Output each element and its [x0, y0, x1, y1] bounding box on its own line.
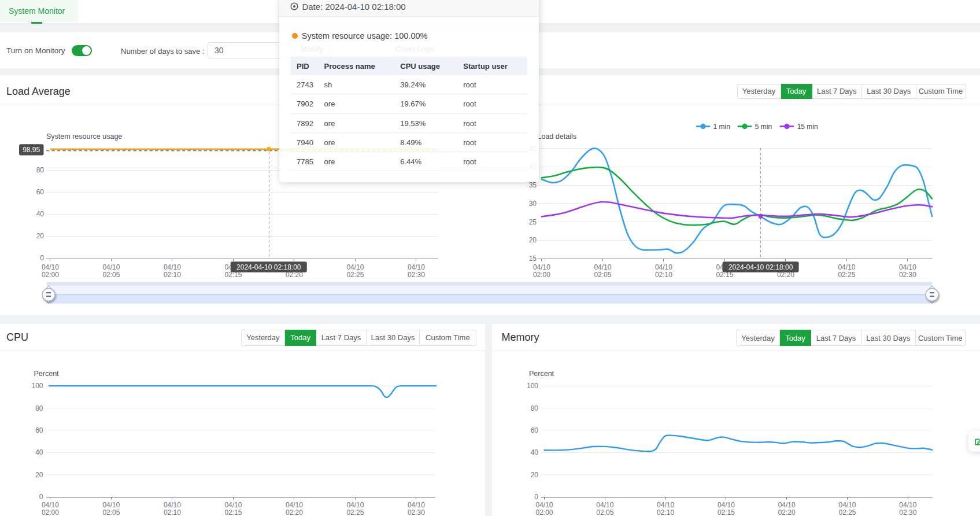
svg-text:25: 25: [529, 218, 537, 226]
svg-text:20: 20: [36, 232, 45, 240]
svg-text:Percent: Percent: [529, 370, 554, 378]
svg-text:02:20: 02:20: [778, 508, 796, 516]
svg-text:04/10: 04/10: [718, 501, 735, 509]
svg-text:5 min: 5 min: [755, 123, 772, 131]
svg-text:02:30: 02:30: [899, 508, 916, 516]
svg-text:02:25: 02:25: [346, 271, 364, 279]
svg-text:02:00: 02:00: [533, 271, 550, 279]
svg-text:02:25: 02:25: [838, 271, 855, 279]
svg-text:04/10: 04/10: [164, 263, 181, 271]
svg-text:04/10: 04/10: [102, 501, 120, 509]
svg-text:0: 0: [40, 254, 44, 262]
svg-text:98.95: 98.95: [23, 146, 40, 154]
svg-text:02:10: 02:10: [655, 271, 672, 279]
svg-text:40: 40: [531, 448, 539, 456]
svg-text:04/10: 04/10: [838, 501, 856, 509]
svg-text:80: 80: [531, 404, 539, 412]
svg-text:40: 40: [35, 448, 43, 456]
svg-text:60: 60: [35, 426, 43, 434]
svg-text:80: 80: [36, 166, 45, 174]
svg-text:40: 40: [36, 210, 45, 218]
svg-text:02:10: 02:10: [657, 508, 674, 516]
svg-text:100: 100: [527, 382, 538, 390]
svg-text:04/10: 04/10: [286, 501, 303, 509]
svg-text:60: 60: [531, 426, 539, 434]
svg-text:04/10: 04/10: [408, 501, 425, 509]
svg-text:System resource usage: System resource usage: [46, 132, 122, 141]
svg-text:04/10: 04/10: [778, 501, 796, 509]
svg-text:02:25: 02:25: [346, 508, 364, 516]
svg-text:02:15: 02:15: [718, 508, 735, 516]
svg-text:35: 35: [529, 181, 537, 189]
svg-text:02:20: 02:20: [286, 508, 303, 516]
svg-text:Load details: Load details: [538, 132, 576, 141]
svg-text:04/10: 04/10: [224, 501, 242, 509]
svg-text:02:10: 02:10: [164, 271, 181, 279]
svg-text:02:30: 02:30: [408, 508, 425, 516]
svg-text:15: 15: [529, 255, 537, 263]
svg-text:02:10: 02:10: [164, 508, 181, 516]
svg-text:2024-04-10 02:18:00: 2024-04-10 02:18:00: [728, 263, 793, 271]
svg-text:04/10: 04/10: [657, 501, 674, 509]
svg-text:1 min: 1 min: [713, 123, 730, 131]
svg-text:20: 20: [35, 471, 43, 479]
svg-text:100: 100: [31, 382, 43, 390]
svg-text:04/10: 04/10: [594, 263, 611, 271]
svg-text:02:05: 02:05: [102, 271, 120, 279]
svg-text:04/10: 04/10: [655, 263, 672, 271]
svg-text:04/10: 04/10: [164, 501, 181, 509]
svg-text:20: 20: [529, 236, 537, 244]
svg-text:04/10: 04/10: [596, 501, 613, 509]
svg-text:02:00: 02:00: [42, 271, 59, 279]
svg-text:15 min: 15 min: [797, 123, 818, 131]
svg-text:30: 30: [529, 200, 537, 208]
svg-text:04/10: 04/10: [899, 501, 916, 509]
svg-text:04/10: 04/10: [102, 263, 120, 271]
svg-text:04/10: 04/10: [42, 263, 59, 271]
svg-text:60: 60: [36, 188, 45, 196]
svg-text:02:00: 02:00: [535, 508, 553, 516]
svg-text:02:00: 02:00: [42, 508, 59, 516]
svg-text:Percent: Percent: [34, 370, 60, 378]
svg-text:04/10: 04/10: [42, 501, 59, 509]
svg-text:04/10: 04/10: [533, 263, 550, 271]
svg-text:02:15: 02:15: [224, 508, 242, 516]
svg-text:04/10: 04/10: [408, 263, 425, 271]
svg-text:2024-04-10 02:18:00: 2024-04-10 02:18:00: [236, 263, 301, 271]
svg-text:02:30: 02:30: [899, 271, 916, 279]
svg-text:02:05: 02:05: [102, 508, 120, 516]
svg-text:02:05: 02:05: [594, 271, 611, 279]
svg-text:04/10: 04/10: [346, 263, 364, 271]
svg-text:02:05: 02:05: [596, 508, 613, 516]
svg-text:04/10: 04/10: [838, 263, 855, 271]
svg-text:02:25: 02:25: [838, 508, 856, 516]
svg-text:80: 80: [35, 404, 43, 412]
svg-text:04/10: 04/10: [899, 263, 916, 271]
svg-text:04/10: 04/10: [346, 501, 364, 509]
svg-text:20: 20: [531, 471, 539, 479]
svg-text:0: 0: [534, 493, 538, 501]
svg-text:0: 0: [39, 493, 43, 501]
svg-text:02:30: 02:30: [408, 271, 425, 279]
svg-text:04/10: 04/10: [535, 501, 553, 509]
